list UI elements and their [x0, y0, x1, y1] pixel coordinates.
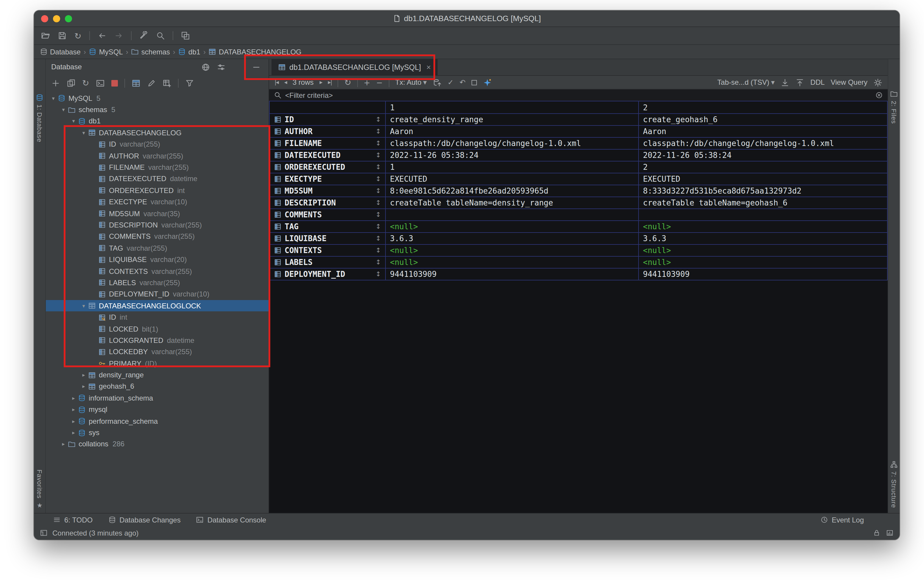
event-log-button[interactable]: Event Log [820, 516, 864, 524]
grid-cell-dateexecuted-2[interactable]: 2022-11-26 05:38:24 [639, 150, 888, 161]
zoom-window-button[interactable] [65, 15, 72, 22]
grid-row-header-contexts[interactable]: CONTEXTS↕ [270, 245, 386, 257]
tree-node-information-schema[interactable]: ▸information_schema [46, 392, 269, 404]
grid-col-header-2[interactable]: 2 [639, 101, 888, 114]
edit-source-icon[interactable] [147, 79, 156, 87]
tree-node-geohash-6[interactable]: ▸geohash_6 [46, 381, 269, 393]
grid-cell-filename-2[interactable]: classpath:/db/changelog/changelog-1.0.xm… [639, 138, 888, 150]
tree-node-primary[interactable]: PRIMARY(ID) [46, 358, 269, 369]
grid-cell-comments-1[interactable] [386, 209, 639, 221]
sort-icon[interactable]: ↕ [376, 116, 381, 123]
chevron-collapsed-icon[interactable]: ▸ [59, 441, 67, 447]
stop-icon[interactable] [111, 80, 117, 86]
tree-node-author[interactable]: AUTHORvarchar(255) [46, 150, 269, 162]
sort-icon[interactable]: ↕ [376, 163, 381, 171]
refresh-icon[interactable]: ↻ [82, 79, 89, 87]
import-data-icon[interactable] [780, 78, 789, 87]
search-icon[interactable] [156, 31, 165, 40]
grid-cell-contexts-2[interactable]: <null> [639, 245, 888, 257]
tree-node-description[interactable]: DESCRIPTIONvarchar(255) [46, 219, 269, 231]
tree-node-liquibase[interactable]: LIQUIBASEvarchar(20) [46, 254, 269, 266]
grid-cell-orderexecuted-2[interactable]: 2 [639, 161, 888, 173]
tree-node-density-range[interactable]: ▸density_range [46, 369, 269, 381]
ddl-button[interactable]: DDL [810, 78, 825, 87]
grid-row-header-filename[interactable]: FILENAME↕ [270, 138, 386, 150]
tree-node-lockedby[interactable]: LOCKEDBYvarchar(255) [46, 346, 269, 358]
chevron-expanded-icon[interactable]: ▾ [80, 303, 87, 309]
tree-node-performance-schema[interactable]: ▸performance_schema [46, 415, 269, 427]
tree-node-exectype[interactable]: EXECTYPEvarchar(10) [46, 196, 269, 208]
chevron-collapsed-icon[interactable]: ▸ [70, 406, 78, 413]
tx-mode-select[interactable]: Tx: Auto ▾ [395, 78, 427, 87]
database-changes-tab[interactable]: Database Changes [108, 516, 181, 524]
database-console-tab[interactable]: Database Console [196, 516, 266, 524]
delete-row-icon[interactable]: − [376, 79, 383, 86]
jump-to-console-icon[interactable] [96, 79, 104, 87]
tree-node-mysql[interactable]: ▾MySQL5 [46, 92, 269, 104]
tree-node-mysql[interactable]: ▸mysql [46, 404, 269, 415]
previous-page-icon[interactable]: ◂ [284, 79, 287, 86]
export-data-icon[interactable] [795, 78, 804, 87]
sort-icon[interactable]: ↕ [376, 258, 381, 266]
tree-node-orderexecuted[interactable]: ORDEREXECUTEDint [46, 185, 269, 196]
sort-icon[interactable]: ↕ [376, 175, 381, 183]
grid-cell-tag-2[interactable]: <null> [639, 221, 888, 233]
lock-icon[interactable] [873, 529, 881, 537]
grid-cell-author-2[interactable]: Aaron [639, 126, 888, 138]
minimize-window-button[interactable] [53, 15, 60, 22]
breadcrumb-schemas[interactable]: schemas [131, 48, 170, 56]
settings-wrench-icon[interactable] [139, 31, 148, 40]
tool-stripe-database[interactable]: 1: Database [34, 94, 45, 142]
grid-cell-dateexecuted-1[interactable]: 2022-11-26 05:38:24 [386, 150, 639, 161]
grid-cell-labels-2[interactable]: <null> [639, 257, 888, 268]
todo-tab[interactable]: 6: TODO [53, 516, 92, 524]
filter-icon[interactable] [185, 79, 194, 87]
grid-row-header-author[interactable]: AUTHOR↕ [270, 126, 386, 138]
grid-cell-liquibase-2[interactable]: 3.6.3 [639, 233, 888, 245]
chevron-collapsed-icon[interactable]: ▸ [70, 418, 78, 424]
tree-node-filename[interactable]: FILENAMEvarchar(255) [46, 162, 269, 173]
settings-sync-icon[interactable] [181, 31, 190, 40]
tree-node-labels[interactable]: LABELSvarchar(255) [46, 277, 269, 289]
sort-icon[interactable]: ↕ [376, 140, 381, 147]
view-query-button[interactable]: View Query [830, 78, 868, 87]
grid-cell-orderexecuted-1[interactable]: 1 [386, 161, 639, 173]
hide-panel-icon[interactable] [252, 62, 261, 71]
tree-node-databasechangeloglock[interactable]: ▾DATABASECHANGELOGLOCK [46, 300, 269, 312]
tree-node-dateexecuted[interactable]: DATEEXECUTEDdatetime [46, 173, 269, 185]
breadcrumb-db1[interactable]: db1 [178, 48, 200, 56]
grid-row-header-dateexecuted[interactable]: DATEEXECUTED↕ [270, 150, 386, 161]
last-page-icon[interactable]: ▸| [328, 79, 332, 86]
grid-row-header-labels[interactable]: LABELS↕ [270, 257, 386, 268]
tree-node-lockgranted[interactable]: LOCKGRANTEDdatetime [46, 335, 269, 346]
close-filter-icon[interactable] [875, 91, 883, 99]
grid-row-header-liquibase[interactable]: LIQUIBASE↕ [270, 233, 386, 245]
duplicate-icon[interactable] [67, 79, 76, 87]
grid-row-header-md5sum[interactable]: MD5SUM↕ [270, 185, 386, 197]
new-table-icon[interactable] [162, 79, 171, 87]
grid-row-header-tag[interactable]: TAG↕ [270, 221, 386, 233]
tree-node-id[interactable]: IDint [46, 312, 269, 323]
tree-node-collations[interactable]: ▸collations286 [46, 438, 269, 450]
grid-row-header-exectype[interactable]: EXECTYPE↕ [270, 173, 386, 185]
tree-node-deployment-id[interactable]: DEPLOYMENT_IDvarchar(10) [46, 288, 269, 300]
grid-cell-exectype-2[interactable]: EXECUTED [639, 173, 888, 185]
memory-indicator-icon[interactable] [886, 529, 894, 537]
chevron-expanded-icon[interactable]: ▾ [50, 95, 57, 101]
chevron-collapsed-icon[interactable]: ▸ [80, 372, 87, 378]
modify-icon[interactable] [483, 78, 492, 87]
tree-node-id[interactable]: IDvarchar(255) [46, 138, 269, 150]
tree-node-schemas[interactable]: ▾schemas5 [46, 104, 269, 116]
tool-stripe-favorites[interactable]: Favorites ★ [34, 470, 45, 510]
grid-row-header-id[interactable]: ID↕ [270, 114, 386, 126]
grid-cell-tag-1[interactable]: <null> [386, 221, 639, 233]
tree-node-databasechangelog[interactable]: ▾DATABASECHANGELOG [46, 127, 269, 138]
sort-icon[interactable]: ↕ [376, 151, 381, 159]
back-icon[interactable] [97, 31, 106, 40]
grid-cell-labels-1[interactable]: <null> [386, 257, 639, 268]
next-page-icon[interactable]: ▸ [320, 79, 322, 86]
breadcrumb-mysql[interactable]: MySQL [89, 48, 123, 56]
tree-node-locked[interactable]: LOCKEDbit(1) [46, 323, 269, 335]
grid-cell-author-1[interactable]: Aaron [386, 126, 639, 138]
tree-node-tag[interactable]: TAGvarchar(255) [46, 242, 269, 254]
